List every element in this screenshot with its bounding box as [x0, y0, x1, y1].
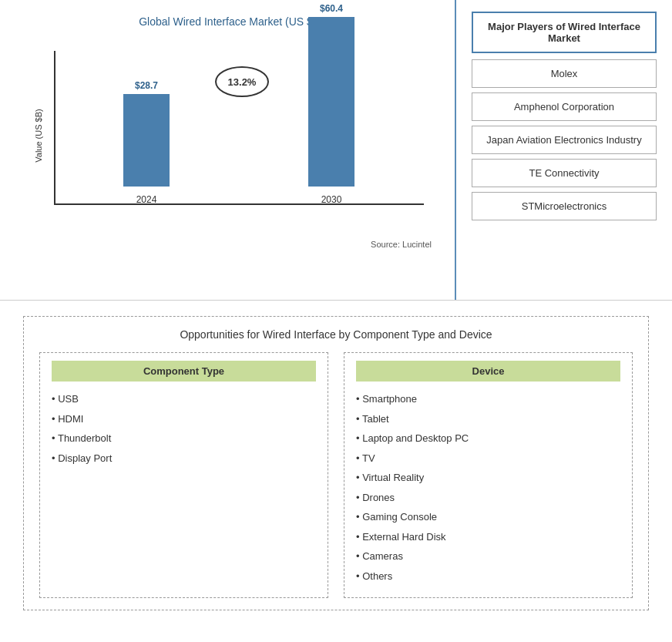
bar-2024-label: 2024	[136, 194, 157, 205]
player-item: Molex	[472, 59, 657, 88]
bar-group-2024: $28.7 2024	[123, 80, 170, 205]
device-column: Device SmartphoneTabletLaptop and Deskto…	[344, 352, 633, 598]
bar-2030-value: $60.4	[320, 3, 343, 14]
device-list-item: Laptop and Desktop PC	[356, 429, 620, 449]
component-type-column: Component Type USBHDMIThunderboltDisplay…	[39, 352, 328, 598]
player-item: Japan Aviation Electronics Industry	[472, 126, 657, 154]
device-list: SmartphoneTabletLaptop and Desktop PCTVV…	[356, 389, 620, 586]
component-list-item: USB	[52, 389, 316, 409]
bar-group-2030: $60.4 2030	[308, 3, 354, 205]
players-header: Major Players of Wired Interface Market	[472, 12, 657, 53]
chart-title: Global Wired Interface Market (US $B)	[31, 15, 432, 28]
device-list-item: Gaming Console	[356, 507, 620, 527]
device-list-item: Drones	[356, 488, 620, 508]
device-header: Device	[356, 361, 620, 382]
y-axis-label: Value (US $B)	[34, 109, 43, 163]
device-list-item: Virtual Reality	[356, 468, 620, 488]
players-list: MolexAmphenol CorporationJapan Aviation …	[472, 59, 657, 220]
bar-2030-label: 2030	[321, 194, 342, 205]
bar-2024-value: $28.7	[135, 80, 158, 91]
opportunities-title: Opportunities for Wired Interface by Com…	[39, 328, 633, 341]
source-text: Source: Lucintel	[31, 240, 432, 249]
device-list-item: Smartphone	[356, 389, 620, 409]
device-list-item: Cameras	[356, 546, 620, 566]
component-list-item: Thunderbolt	[52, 429, 316, 449]
player-item: STMicroelectronics	[472, 192, 657, 220]
chart-section: Global Wired Interface Market (US $B) Va…	[0, 0, 456, 300]
device-list-item: External Hard Disk	[356, 527, 620, 547]
device-list-item: Tablet	[356, 409, 620, 429]
device-list-item: Others	[356, 566, 620, 587]
bar-chart: Value (US $B) $28.7 2024 $60.4 2030 13.2…	[31, 35, 432, 236]
players-section: Major Players of Wired Interface Market …	[456, 0, 672, 300]
component-list-item: Display Port	[52, 449, 316, 469]
component-type-header: Component Type	[52, 361, 316, 382]
opportunities-grid: Component Type USBHDMIThunderboltDisplay…	[39, 352, 633, 598]
cagr-bubble: 13.2%	[215, 66, 269, 97]
bar-2024	[123, 94, 170, 187]
bottom-section: Opportunities for Wired Interface by Com…	[0, 301, 672, 626]
component-list: USBHDMIThunderboltDisplay Port	[52, 389, 316, 468]
player-item: TE Connectivity	[472, 159, 657, 187]
player-item: Amphenol Corporation	[472, 92, 657, 121]
opportunities-box: Opportunities for Wired Interface by Com…	[23, 316, 649, 610]
bar-2030	[308, 17, 354, 187]
device-list-item: TV	[356, 449, 620, 469]
component-list-item: HDMI	[52, 409, 316, 429]
